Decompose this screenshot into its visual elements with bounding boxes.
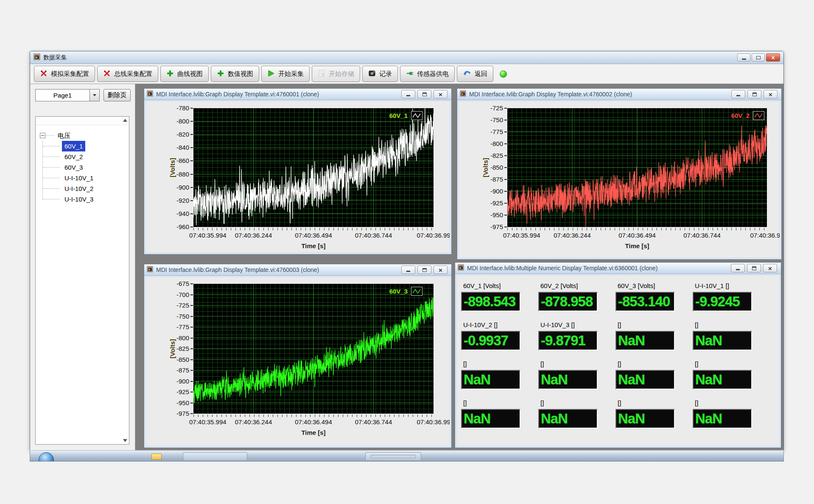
- plot-legend[interactable]: 60V_3: [389, 287, 422, 296]
- plot-area[interactable]: [193, 284, 434, 414]
- child-restore-button[interactable]: [747, 90, 761, 98]
- tree-item-U-I-10V_2[interactable]: U-I-10V_2: [36, 183, 121, 194]
- numeric-indicator: U-I-10V_2 []-0.9937: [461, 320, 538, 359]
- x-tick-label: 07:40:36.494: [295, 418, 332, 426]
- tree-header: [36, 117, 129, 125]
- numeric-display-grid: 60V_1 [Volts]-898.54360V_2 [Volts]-878.9…: [461, 281, 770, 437]
- doc-icon: [318, 70, 325, 78]
- toolbar-button-sensor-power[interactable]: 传感器供电: [400, 66, 455, 82]
- tree-item-60V_3[interactable]: 60V_3: [36, 162, 121, 173]
- tree-item-60V_2[interactable]: 60V_2: [36, 151, 121, 162]
- tree-item-U-I-10V_3[interactable]: U-I-10V_3: [36, 194, 121, 204]
- numeric-indicator: 60V_3 [Volts]-853.140: [615, 281, 693, 320]
- child-close-button[interactable]: ×: [763, 264, 777, 272]
- taskbar-window-button-2[interactable]: [365, 452, 421, 461]
- toolbar-button-bus-acq-config[interactable]: 总线采集配置: [97, 66, 158, 82]
- waveform-graph-60v2[interactable]: [Volts]-725-750-775-800-825-850-875-900-…: [459, 101, 780, 258]
- toolbar-button-label: 记录: [379, 70, 392, 78]
- waveform-graph-60v1[interactable]: [Volts]-780-800-820-840-860-880-900-920-…: [146, 101, 450, 252]
- toolbar-button-label: 开始存储: [329, 70, 354, 78]
- toolbar-button-start-acquire[interactable]: 开始采集: [261, 66, 310, 82]
- tree-connector: [43, 178, 60, 178]
- numeric-indicator-value: NaN: [616, 371, 674, 388]
- y-tick-label: -850: [481, 164, 503, 171]
- tree-root-item[interactable]: 电压: [36, 130, 121, 141]
- tools-icon: [40, 70, 48, 78]
- graph-window-1-titlebar[interactable]: MDI Interface.lvlib:Graph Display Templa…: [144, 89, 451, 100]
- minimize-icon: [736, 95, 740, 96]
- start-button[interactable]: [39, 452, 54, 462]
- toolbar-button-analog-acq-config[interactable]: 模拟采集配置: [34, 66, 95, 82]
- child-minimize-button[interactable]: [731, 90, 745, 98]
- y-tick-mark: [504, 167, 507, 168]
- toolbar-button-back[interactable]: 返回: [457, 66, 493, 82]
- window-close-button[interactable]: ×: [766, 53, 780, 62]
- plot-area[interactable]: [507, 108, 767, 227]
- plot-legend[interactable]: 60V_2: [731, 111, 764, 120]
- y-tick-label: -875: [481, 176, 503, 183]
- toolbar-button-curve-view[interactable]: 曲线视图: [160, 66, 209, 82]
- labview-vi-icon: [458, 264, 464, 272]
- toolbar-button-label: 返回: [475, 70, 487, 78]
- numeric-indicator: []NaN: [461, 359, 538, 398]
- numeric-indicator: []NaN: [461, 398, 538, 437]
- toolbar-button-numeric-view[interactable]: 数值视图: [211, 66, 259, 82]
- y-tick-label: -825: [481, 152, 503, 159]
- plot-legend[interactable]: 60V_1: [389, 111, 422, 120]
- tree-connector: [43, 146, 60, 146]
- toolbar-button-record[interactable]: 记录: [362, 66, 398, 82]
- graph-window-1: MDI Interface.lvlib:Graph Display Templa…: [144, 88, 452, 255]
- child-restore-button[interactable]: [417, 90, 431, 98]
- x-tick-label: 07:40:36.99: [417, 232, 450, 239]
- labview-vi-icon: [460, 90, 466, 98]
- numeric-window-titlebar[interactable]: MDI Interface.lvlib:Multiple Numeric Dis…: [455, 263, 781, 274]
- child-close-button[interactable]: ×: [434, 266, 448, 274]
- child-restore-button[interactable]: [747, 264, 761, 272]
- y-tick-label: -750: [167, 313, 189, 320]
- graph-window-2-titlebar[interactable]: MDI Interface.lvlib:Graph Display Templa…: [457, 89, 781, 100]
- y-tick-mark: [504, 108, 507, 109]
- plot-area[interactable]: [193, 108, 434, 227]
- scroll-up-icon[interactable]: [123, 119, 127, 122]
- x-tick-label: 07:40:36.494: [618, 232, 656, 239]
- child-close-button[interactable]: ×: [434, 90, 448, 98]
- tree-root-label: 电压: [55, 130, 73, 141]
- child-restore-button[interactable]: [417, 266, 431, 274]
- tree-item-U-I-10V_1[interactable]: U-I-10V_1: [36, 173, 121, 183]
- y-tick-label: -800: [167, 334, 189, 342]
- child-minimize-button[interactable]: [401, 90, 415, 98]
- graph-window-3-titlebar[interactable]: MDI Interface.lvlib:Graph Display Templa…: [144, 264, 451, 276]
- numeric-indicator: 60V_2 [Volts]-878.958: [538, 281, 615, 320]
- taskbar-badge: [371, 455, 416, 458]
- taskbar-window-button[interactable]: [183, 452, 247, 461]
- numeric-indicator-value: NaN: [616, 410, 674, 427]
- numeric-indicator-value: NaN: [616, 332, 674, 349]
- scroll-down-icon[interactable]: [123, 439, 127, 442]
- tree-item-60V_1[interactable]: 60V_1: [36, 141, 121, 151]
- folder-icon[interactable]: [151, 454, 162, 460]
- tree-connector: [46, 135, 54, 136]
- restore-icon: [752, 92, 757, 96]
- x-axis-label: Time [s]: [625, 242, 649, 249]
- window-maximize-button[interactable]: [752, 53, 765, 62]
- legend-waveform-icon: [753, 111, 764, 120]
- page-select-dropdown-button[interactable]: [90, 90, 99, 101]
- delete-page-button[interactable]: 删除页: [103, 89, 131, 101]
- tree-collapse-icon[interactable]: [40, 133, 45, 138]
- numeric-indicator-label: []: [615, 398, 693, 409]
- numeric-indicator-display: -9.8791: [538, 331, 598, 350]
- record-icon: [368, 70, 376, 78]
- close-icon: ×: [439, 91, 442, 98]
- waveform-graph-60v3[interactable]: [Volts]-675-700-725-750-775-800-825-850-…: [146, 277, 450, 446]
- child-minimize-button[interactable]: [401, 266, 415, 274]
- desktop: 数据采集 × 模拟采集配置总线采集配置曲线视图数值视图开始采集开始存储记录传感器…: [0, 0, 814, 504]
- page-select[interactable]: Page1: [35, 89, 100, 101]
- child-close-button[interactable]: ×: [764, 90, 778, 98]
- legend-waveform-icon: [411, 287, 422, 296]
- window-minimize-button[interactable]: [737, 53, 750, 62]
- plug-icon: [406, 70, 414, 78]
- child-minimize-button[interactable]: [731, 264, 745, 272]
- numeric-indicator-display: -0.9937: [461, 331, 520, 350]
- y-tick-label: -875: [167, 367, 189, 374]
- y-tick-label: -820: [167, 131, 189, 138]
